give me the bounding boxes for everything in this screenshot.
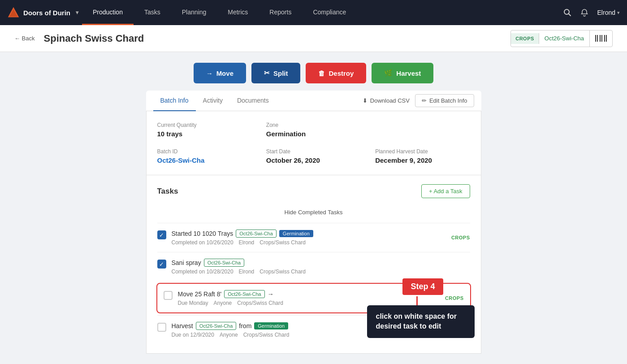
task-1-content: Started 10 1020 Trays Oct26-Swi-Cha Germ…	[172, 230, 446, 246]
nav-right: Elrond ▾	[563, 9, 620, 17]
task-2-batch-tag[interactable]: Oct26-Swi-Cha	[204, 259, 245, 267]
destroy-icon: 🗑	[318, 69, 325, 77]
brand-name: Doors of Durin	[23, 9, 70, 17]
move-icon: →	[206, 69, 213, 77]
batch-tag-label: CROPS	[511, 33, 539, 44]
harvest-button[interactable]: 🌿 Harvest	[372, 63, 433, 83]
tasks-section: Tasks + Add a Task Hide Completed Tasks …	[146, 175, 481, 354]
task-1-checkbox[interactable]: ✓	[157, 230, 166, 239]
actions-bar: → Move ✂ Split 🗑 Destroy 🌿 Harvest	[146, 52, 481, 91]
download-icon: ⬇	[363, 97, 368, 104]
task-1-batch-tag[interactable]: Oct26-Swi-Cha	[236, 230, 277, 238]
checkmark-icon: ✓	[159, 261, 164, 268]
header-left: ← Back Spinach Swiss Chard	[14, 33, 144, 44]
nav-item-metrics[interactable]: Metrics	[217, 0, 259, 25]
task-4-zone-tag: Germination	[254, 322, 288, 329]
task-2-meta: Completed on 10/28/2020 Elrond Crops/Swi…	[172, 269, 470, 275]
info-start-date: Start Date October 26, 2020	[266, 148, 361, 164]
annotation-wrapper: Step 4 click on white space for desired …	[157, 283, 470, 313]
nav-items: Production Tasks Planning Metrics Report…	[82, 0, 563, 25]
task-4-checkbox[interactable]	[157, 323, 166, 332]
nav-item-tasks[interactable]: Tasks	[134, 0, 171, 25]
nav-logo-icon	[7, 6, 20, 19]
tasks-title: Tasks	[157, 187, 178, 196]
nav-item-compliance[interactable]: Compliance	[302, 0, 357, 25]
info-current-quantity: Current Quantity 10 trays	[157, 122, 252, 138]
batch-tag-value[interactable]: Oct26-Swi-Cha	[539, 32, 589, 44]
navbar: Doors of Durin ▾ Production Tasks Planni…	[0, 0, 627, 25]
page-title: Spinach Swiss Chard	[44, 33, 144, 44]
search-button[interactable]	[563, 9, 571, 17]
bell-icon	[580, 9, 588, 17]
barcode-icon[interactable]: ⅡⅡⅡ	[589, 30, 612, 47]
nav-item-planning[interactable]: Planning	[171, 0, 217, 25]
add-task-button[interactable]: + Add a Task	[421, 184, 470, 198]
info-batch-id: Batch ID Oct26-Swi-Cha	[157, 148, 252, 164]
split-button[interactable]: ✂ Split	[251, 63, 301, 83]
task-2-title: Sani spray Oct26-Swi-Cha	[172, 259, 470, 267]
task-3-title: Move 25 Raft 8' Oct26-Swi-Cha →	[178, 290, 440, 298]
task-1-title: Started 10 1020 Trays Oct26-Swi-Cha Germ…	[172, 230, 446, 238]
harvest-icon: 🌿	[384, 69, 393, 77]
step4-tooltip: click on white space for desired task to…	[367, 305, 475, 338]
hide-completed-button[interactable]: Hide Completed Tasks	[157, 205, 470, 223]
task-3-arrow: →	[268, 290, 274, 298]
task-1-crops-badge: CROPS	[451, 235, 470, 240]
task-3-batch-tag[interactable]: Oct26-Swi-Cha	[224, 290, 265, 298]
task-item-2[interactable]: ✓ Sani spray Oct26-Swi-Cha Completed on …	[157, 252, 470, 281]
brand-chevron-icon: ▾	[76, 9, 78, 16]
checkmark-icon: ✓	[159, 232, 164, 238]
content-area: → Move ✂ Split 🗑 Destroy 🌿 Harvest Batch…	[139, 52, 489, 364]
tabs-bar: Batch Info Activity Documents ⬇ Download…	[146, 91, 481, 111]
tab-batch-info[interactable]: Batch Info	[153, 91, 196, 111]
nav-brand[interactable]: Doors of Durin ▾	[7, 6, 78, 19]
split-icon: ✂	[264, 69, 270, 77]
batch-tag: CROPS Oct26-Swi-Cha ⅡⅡⅡ	[510, 30, 613, 47]
edit-icon: ✏	[422, 97, 427, 104]
nav-item-reports[interactable]: Reports	[259, 0, 302, 25]
tab-activity[interactable]: Activity	[196, 91, 230, 111]
task-2-content: Sani spray Oct26-Swi-Cha Completed on 10…	[172, 259, 470, 275]
back-button[interactable]: ← Back	[14, 35, 35, 42]
task-2-checkbox[interactable]: ✓	[157, 260, 166, 269]
tab-documents[interactable]: Documents	[230, 91, 276, 111]
destroy-button[interactable]: 🗑 Destroy	[306, 63, 366, 83]
svg-line-3	[568, 14, 571, 16]
move-button[interactable]: → Move	[194, 63, 246, 83]
user-chevron-icon: ▾	[617, 10, 620, 16]
task-3-crops-badge: CROPS	[445, 295, 464, 301]
tasks-header: Tasks + Add a Task	[157, 184, 470, 198]
tab-actions: ⬇ Download CSV ✏ Edit Batch Info	[363, 94, 474, 107]
task-3-checkbox[interactable]	[164, 291, 173, 300]
info-zone: Zone Germination	[266, 122, 361, 138]
info-planned-harvest: Planned Harvest Date December 9, 2020	[375, 148, 470, 164]
edit-batch-info-button[interactable]: ✏ Edit Batch Info	[415, 94, 474, 107]
task-1-meta: Completed on 10/26/2020 Elrond Crops/Swi…	[172, 239, 446, 246]
task-3-content: Move 25 Raft 8' Oct26-Swi-Cha → Due Mond…	[178, 290, 440, 306]
task-1-zone-tag: Germination	[279, 230, 313, 237]
download-csv-button[interactable]: ⬇ Download CSV	[363, 97, 410, 104]
page-header: ← Back Spinach Swiss Chard CROPS Oct26-S…	[0, 25, 627, 52]
step4-badge: Step 4	[402, 278, 443, 295]
notifications-button[interactable]	[580, 9, 588, 17]
nav-item-production[interactable]: Production	[82, 0, 134, 25]
batch-info-card: Current Quantity 10 trays Zone Germinati…	[146, 111, 481, 175]
user-menu[interactable]: Elrond ▾	[597, 9, 620, 16]
task-4-batch-tag[interactable]: Oct26-Swi-Cha	[196, 322, 237, 330]
search-icon	[563, 9, 571, 17]
task-item-1[interactable]: ✓ Started 10 1020 Trays Oct26-Swi-Cha Ge…	[157, 223, 470, 252]
